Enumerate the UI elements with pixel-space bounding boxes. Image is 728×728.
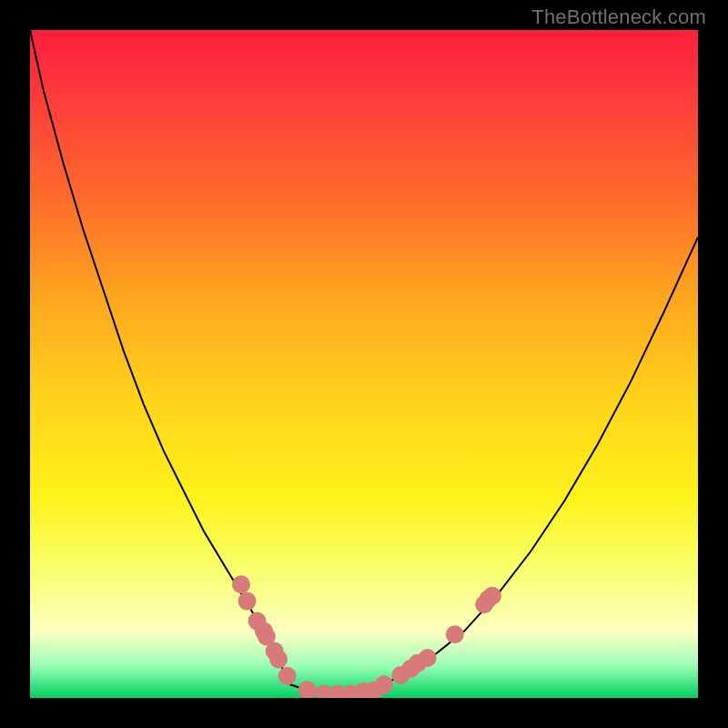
scatter-point	[232, 575, 250, 593]
scatter-layer	[232, 575, 501, 698]
curve-layer	[30, 30, 698, 694]
scatter-point	[298, 681, 317, 698]
scatter-point	[238, 592, 257, 611]
curve-path	[30, 30, 698, 694]
scatter-point	[483, 587, 501, 605]
scatter-point	[446, 625, 464, 643]
scatter-point	[278, 667, 297, 685]
chart-stage: TheBottleneck.com	[0, 0, 728, 728]
scatter-point	[419, 649, 437, 667]
plot-area	[30, 30, 698, 698]
chart-svg	[30, 30, 698, 698]
watermark-text: TheBottleneck.com	[531, 5, 706, 29]
scatter-point	[269, 650, 288, 668]
scatter-point	[375, 675, 393, 693]
